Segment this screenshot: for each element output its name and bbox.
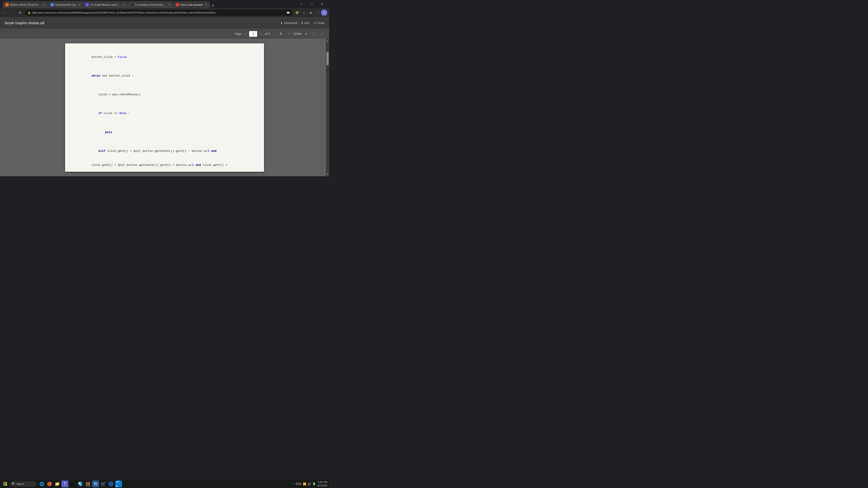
zoom-out-button[interactable]: −: [286, 31, 291, 37]
tab-bar: Whack-a-Mole! (Final Project) ✕ OpenGame…: [2, 0, 295, 8]
tab-4-close[interactable]: ✕: [168, 3, 170, 6]
address-bar-row: ← → ↻ 🔒 https://puc.instructure.com/cour…: [0, 8, 329, 17]
info-label: Info: [304, 21, 309, 25]
info-button[interactable]: ℹ Info: [302, 21, 309, 25]
code-blank-3: [74, 102, 255, 107]
keyword-if: if: [98, 111, 102, 115]
tab-2-title: OpenGameArt.org: [55, 3, 75, 6]
reader-icon[interactable]: 📖: [287, 11, 290, 14]
code-not: not button_click :: [100, 74, 134, 77]
tab-3-favicon: [86, 3, 89, 6]
code-line-if: if click == None :: [88, 107, 255, 121]
zoom-in-button[interactable]: +: [303, 31, 309, 37]
code-line-elif-1: elif click.getX() > quit_button.getCente…: [88, 144, 255, 158]
maximize-button[interactable]: □: [307, 0, 317, 8]
code-line-while: while not button_click :: [81, 69, 255, 83]
tab-5-title: Post a new question: [180, 3, 203, 6]
scroll-up-arrow[interactable]: ▲: [326, 39, 329, 43]
tab-1-title: Whack-a-Mole! (Final Project): [10, 3, 41, 6]
minimize-button[interactable]: ─: [296, 0, 307, 8]
tab-3-title: 3.4: Angle Measure and the Prot...: [90, 3, 121, 6]
code-text-click: click = win.checkMouse(): [98, 93, 141, 96]
tab-5[interactable]: Post a new question ✕: [173, 1, 210, 8]
url-text: https://puc.instructure.com/courses/3386…: [32, 11, 217, 14]
pdf-title: Simple Graphics Module.pdf: [4, 21, 44, 25]
keyword-false: False: [118, 55, 127, 59]
download-button[interactable]: ⬇ Download: [280, 21, 297, 25]
tab-5-close[interactable]: ✕: [205, 3, 207, 6]
title-bar: Whack-a-Mole! (Final Project) ✕ OpenGame…: [0, 0, 329, 8]
code-blank-5: [74, 139, 255, 144]
collections-icon[interactable]: ⊕: [307, 9, 314, 16]
tab-2-close[interactable]: ✕: [78, 3, 80, 6]
forward-button[interactable]: →: [9, 9, 16, 16]
tab-2[interactable]: OpenGameArt.org ✕: [48, 1, 83, 8]
pdf-header-actions: ⬇ Download ℹ Info ✕ Close: [280, 21, 324, 25]
lock-icon: 🔒: [28, 11, 31, 14]
tab-4[interactable]: Foundations of Geometry · 9780... ✕: [128, 1, 173, 8]
code-elif-text-1: click.getX() > quit_button.getCenter().g…: [105, 149, 217, 153]
browser-chrome: Whack-a-Mole! (Final Project) ✕ OpenGame…: [0, 0, 329, 17]
code-line-elif-3: quit_button.getCenter().getY() − button_…: [81, 172, 255, 176]
code-line-pass: pass: [94, 125, 255, 139]
code-line-elif-2: click.getX() < quit_button.getCenter().g…: [81, 158, 255, 172]
code-line-click: click = win.checkMouse(): [88, 88, 255, 102]
code-line-1: button_click = False: [81, 50, 255, 64]
pdf-close-button[interactable]: ✕ Close: [314, 21, 324, 25]
scrollbar[interactable]: ▲ ▼: [326, 39, 329, 176]
pdf-content-area: button_click = False while not button_cl…: [0, 39, 329, 176]
new-tab-button[interactable]: +: [210, 3, 216, 8]
more-tools-icon[interactable]: ⋯: [314, 9, 320, 16]
total-pages-label: of 5: [265, 32, 270, 35]
previous-page-button[interactable]: ‹: [242, 31, 248, 37]
page-input[interactable]: [249, 31, 257, 37]
tab-5-favicon: [176, 3, 179, 6]
back-button[interactable]: ←: [2, 9, 8, 16]
more-options-button[interactable]: ⋮: [319, 31, 324, 37]
code-blank-4: [74, 121, 255, 125]
tab-3[interactable]: 3.4: Angle Measure and the Prot... ✕: [83, 1, 128, 8]
info-icon: ℹ: [302, 21, 303, 25]
scroll-down-arrow[interactable]: ▼: [326, 172, 329, 176]
refresh-pdf-button[interactable]: ↻: [278, 31, 284, 37]
toolbar-icons: 🧩 ☆ ⊕ ⋯ A: [294, 9, 327, 16]
page-navigation: Page ‹ › of 5: [235, 31, 270, 37]
fullscreen-button[interactable]: ⛶: [311, 31, 317, 37]
zoom-label: ZOOM: [292, 32, 303, 35]
download-icon: ⬇: [280, 21, 283, 25]
code-blank-1: [74, 64, 255, 69]
keyword-none: None: [119, 111, 126, 115]
tab-4-title: Foundations of Geometry · 9780...: [135, 3, 166, 6]
scroll-thumb[interactable]: [327, 52, 329, 65]
code-colon: :: [127, 111, 130, 115]
tab-3-close[interactable]: ✕: [123, 3, 125, 6]
page-label: Page: [235, 32, 241, 35]
pdf-page: button_click = False while not button_cl…: [65, 43, 264, 172]
pdf-toolbar: Page ‹ › of 5 ↻ − ZOOM + ⛶ ⋮: [0, 29, 329, 39]
zoom-controls: − ZOOM +: [286, 31, 309, 37]
keyword-while: while: [92, 74, 100, 77]
download-label: Download: [284, 21, 297, 25]
window-controls: ─ □ ✕: [296, 0, 327, 8]
close-x-icon: ✕: [314, 21, 316, 25]
keyword-pass: pass: [105, 131, 112, 134]
profile-button[interactable]: A: [321, 9, 327, 16]
next-page-button[interactable]: ›: [258, 31, 264, 37]
keyword-elif: elif: [98, 149, 105, 153]
favorites-icon[interactable]: ☆: [301, 9, 307, 16]
address-bar[interactable]: 🔒 https://puc.instructure.com/courses/33…: [25, 9, 292, 16]
tab-2-favicon: [51, 3, 54, 6]
extensions-icon[interactable]: 🧩: [294, 9, 300, 16]
reload-page-button[interactable]: ↻: [17, 9, 24, 16]
code-click-eq: click ==: [102, 111, 119, 115]
tab-1-favicon: [5, 3, 8, 6]
tab-4-favicon: [131, 3, 134, 6]
close-button[interactable]: ✕: [317, 0, 327, 8]
code-text: button_click =: [92, 55, 118, 59]
close-label: Close: [317, 21, 324, 25]
tab-1-close[interactable]: ✕: [43, 3, 45, 6]
pdf-header: Simple Graphics Module.pdf ⬇ Download ℹ …: [0, 17, 329, 29]
code-blank-2: [74, 83, 255, 88]
tab-1[interactable]: Whack-a-Mole! (Final Project) ✕: [3, 1, 48, 8]
code-elif-text-2: click.getX() < quit_button.getCenter().g…: [92, 163, 227, 167]
